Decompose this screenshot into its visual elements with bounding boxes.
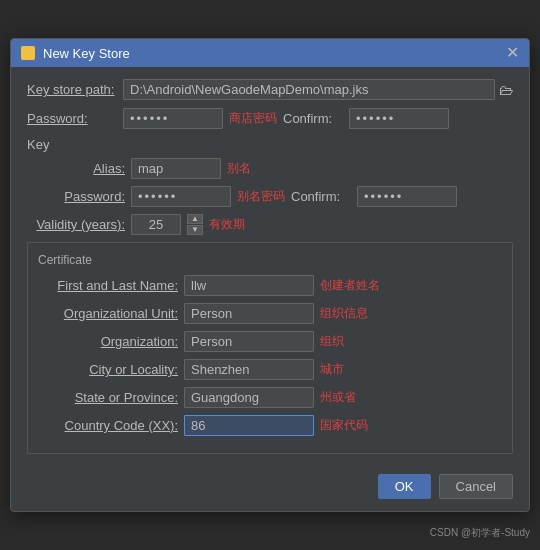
org-unit-hint: 组织信息 [320,305,368,322]
validity-input[interactable] [131,214,181,235]
key-confirm-input[interactable] [357,186,457,207]
certificate-box: Certificate First and Last Name: 创建者姓名 O… [27,242,513,454]
first-last-hint: 创建者姓名 [320,277,380,294]
key-password-input[interactable] [131,186,231,207]
keystore-password-hint: 商店密码 [229,110,277,127]
certificate-title: Certificate [38,253,502,267]
alias-label: Alias: [35,161,125,176]
org-row: Organization: 组织 [38,331,502,352]
city-row: City or Locality: 城市 [38,359,502,380]
validity-label: Validity (years): [35,217,125,232]
state-hint: 州或省 [320,389,356,406]
keystore-path-field-group: 🗁 [123,79,513,100]
spinner-down-button[interactable]: ▼ [187,225,203,235]
org-unit-row: Organizational Unit: 组织信息 [38,303,502,324]
folder-icon[interactable]: 🗁 [499,82,513,98]
validity-spinner[interactable]: ▲ ▼ [187,214,203,235]
key-section-label: Key [27,137,513,152]
key-confirm-label: Confirm: [291,189,351,204]
country-row: Country Code (XX): 国家代码 [38,415,502,436]
key-password-row: Password: 别名密码 Confirm: [35,186,513,207]
key-password-label: Password: [35,189,125,204]
alias-input[interactable] [131,158,221,179]
state-input[interactable] [184,387,314,408]
country-input[interactable] [184,415,314,436]
bottom-bar: OK Cancel [11,466,529,511]
city-label: City or Locality: [38,362,178,377]
first-last-row: First and Last Name: 创建者姓名 [38,275,502,296]
close-button[interactable]: ✕ [506,45,519,61]
first-last-input[interactable] [184,275,314,296]
key-password-hint: 别名密码 [237,188,285,205]
validity-row: Validity (years): ▲ ▼ 有效期 [35,214,513,235]
state-label: State or Province: [38,390,178,405]
keystore-path-label: Key store path: [27,82,117,97]
new-key-store-dialog: New Key Store ✕ Key store path: 🗁 Passwo… [10,38,530,512]
validity-hint: 有效期 [209,216,245,233]
org-hint: 组织 [320,333,344,350]
ok-button[interactable]: OK [378,474,431,499]
dialog-body: Key store path: 🗁 Password: 商店密码 Confirm… [11,67,529,466]
org-unit-input[interactable] [184,303,314,324]
country-label: Country Code (XX): [38,418,178,433]
keystore-confirm-label: Confirm: [283,111,343,126]
city-input[interactable] [184,359,314,380]
dialog-icon [21,46,35,60]
dialog-title: New Key Store [43,46,498,61]
org-label: Organization: [38,334,178,349]
org-input[interactable] [184,331,314,352]
keystore-path-input[interactable] [123,79,495,100]
first-last-label: First and Last Name: [38,278,178,293]
alias-hint: 别名 [227,160,251,177]
key-section: Key Alias: 别名 Password: 别名密码 Confirm: Va… [27,137,513,454]
title-bar: New Key Store ✕ [11,39,529,67]
alias-row: Alias: 别名 [35,158,513,179]
watermark-text: CSDN @初学者-Study [430,526,530,540]
spinner-up-button[interactable]: ▲ [187,214,203,224]
keystore-password-row: Password: 商店密码 Confirm: [27,108,513,129]
keystore-confirm-input[interactable] [349,108,449,129]
keystore-path-row: Key store path: 🗁 [27,79,513,100]
city-hint: 城市 [320,361,344,378]
org-unit-label: Organizational Unit: [38,306,178,321]
keystore-password-label: Password: [27,111,117,126]
cancel-button[interactable]: Cancel [439,474,513,499]
state-row: State or Province: 州或省 [38,387,502,408]
country-hint: 国家代码 [320,417,368,434]
keystore-password-input[interactable] [123,108,223,129]
